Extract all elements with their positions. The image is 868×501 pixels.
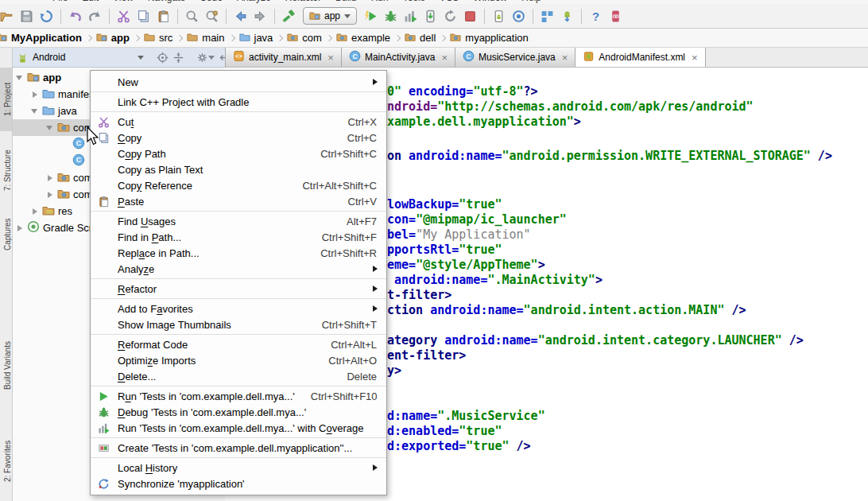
forward-icon[interactable]	[250, 6, 270, 26]
menubar-item-run[interactable]: Run	[371, 0, 389, 4]
tool-window-button----project[interactable]: 1: Project	[0, 68, 12, 131]
breadcrumb-item-myapplication[interactable]: MyApplication	[0, 31, 83, 45]
rerun-icon[interactable]	[440, 6, 460, 26]
breadcrumb-item-main[interactable]: main	[186, 31, 225, 45]
menubar-item-code[interactable]: Code	[200, 0, 223, 4]
tree-expand-down-icon[interactable]	[14, 73, 24, 83]
menu-item-optimize-imports[interactable]: Optimize ImportsCtrl+Alt+O	[91, 352, 386, 368]
back-icon[interactable]	[231, 6, 250, 26]
close-icon[interactable]: ×	[692, 52, 698, 63]
tree-expand-right-icon[interactable]	[45, 190, 54, 200]
menu-item-refactor[interactable]: Refactor	[91, 281, 386, 297]
debug-icon[interactable]	[381, 6, 401, 26]
find-icon[interactable]	[182, 6, 202, 26]
menubar-item-window[interactable]: Window	[473, 0, 507, 4]
undo-icon[interactable]	[65, 6, 85, 26]
menu-item-cut[interactable]: CutCtrl+X	[91, 114, 386, 130]
menu-icon-space	[96, 75, 111, 89]
menubar-item-file[interactable]: File	[52, 0, 68, 4]
avd-icon[interactable]	[489, 6, 509, 26]
cut-icon[interactable]	[114, 6, 134, 26]
sync-icon[interactable]	[37, 6, 56, 26]
menu-item-copy[interactable]: CopyCtrl+C	[91, 130, 386, 146]
gradle-icon[interactable]	[509, 6, 529, 26]
runapp-icon[interactable]	[361, 6, 381, 26]
code-line: ent-filter>	[387, 348, 466, 363]
menu-item-find-in-path[interactable]: Find in Path...Ctrl+Shift+F	[91, 229, 386, 245]
close-icon[interactable]: ×	[562, 52, 568, 63]
tree-expand-down-icon[interactable]	[45, 123, 54, 133]
menu-item-copy-as-plain-text[interactable]: Copy as Plain Text	[91, 161, 386, 177]
gear-icon[interactable]	[197, 49, 215, 66]
breadcrumb-item-java[interactable]: java	[238, 31, 274, 45]
menu-item-delete[interactable]: Delete...Delete	[91, 368, 386, 384]
menubar-item-build[interactable]: Build	[335, 0, 357, 4]
menubar-item-vcs[interactable]: VCS	[440, 0, 459, 4]
locate-target-icon[interactable]	[157, 49, 169, 66]
tree-expand-right-icon[interactable]	[14, 223, 24, 233]
breadcrumb-item-example[interactable]: example	[335, 31, 391, 45]
menu-item-reformat-code[interactable]: Reformat CodeCtrl+Alt+L	[91, 336, 386, 352]
menubar-item-view[interactable]: View	[113, 0, 134, 4]
menubar-item-tools[interactable]: Tools	[403, 0, 425, 4]
menubar-item-help[interactable]: Help	[521, 0, 541, 4]
menu-item-create-tests-in-com-example-dell-myapplication[interactable]: Create 'Tests in 'com.example.dell.myapp…	[91, 440, 386, 456]
menu-item-new[interactable]: New	[91, 74, 386, 90]
menu-item-link-c-project-with-gradle[interactable]: Link C++ Project with Gradle	[91, 94, 386, 110]
run-configuration-select[interactable]: app	[303, 7, 357, 25]
tree-expand-right-icon[interactable]	[29, 207, 39, 216]
menu-item-analyze[interactable]: Analyze	[91, 261, 386, 277]
menu-item-copy-path[interactable]: Copy PathCtrl+Shift+C	[91, 146, 386, 161]
breadcrumb-item-myapplication[interactable]: myapplication	[449, 31, 529, 45]
open-icon[interactable]	[0, 6, 17, 26]
tab-musicservice-java[interactable]: CMusicService.java×	[455, 48, 575, 67]
paste-icon[interactable]	[153, 6, 173, 26]
breadcrumb-item-src[interactable]: src	[143, 31, 173, 45]
attach-icon[interactable]	[420, 6, 440, 26]
chevron-down-icon[interactable]	[138, 56, 144, 63]
tool-window-button-build-variants[interactable]: Build Variants	[0, 328, 12, 404]
help-icon[interactable]: ?	[586, 6, 606, 26]
structure-icon[interactable]	[537, 6, 557, 26]
close-icon[interactable]: ×	[327, 52, 334, 63]
menu-item-add-to-favorites[interactable]: Add to Favorites	[91, 301, 386, 317]
sdk-icon[interactable]	[557, 6, 577, 26]
menubar-item-analyze[interactable]: Analyze	[237, 0, 271, 4]
breadcrumb-item-dell[interactable]: dell	[404, 31, 436, 45]
menu-item-replace-in-path[interactable]: Replace in Path...Ctrl+Shift+R	[91, 245, 386, 261]
tree-expand-down-icon[interactable]	[29, 107, 39, 116]
menu-item-show-image-thumbnails[interactable]: Show Image ThumbnailsCtrl+Shift+T	[91, 317, 386, 332]
redo-icon[interactable]	[85, 6, 105, 26]
tool-window-button----structure[interactable]: 7: Structure	[0, 137, 12, 204]
menu-item-copy-reference[interactable]: Copy ReferenceCtrl+Alt+Shift+C	[91, 177, 386, 193]
copy-icon[interactable]	[134, 6, 153, 26]
breadcrumb-item-com[interactable]: com	[286, 31, 323, 45]
tree-expand-right-icon[interactable]	[45, 173, 54, 183]
menubar-item-refactor[interactable]: Refactor	[285, 0, 321, 4]
project-view-selector[interactable]: Android	[33, 52, 65, 63]
menu-item-run-tests-in-com-example-dell-mya[interactable]: Run 'Tests in 'com.example.dell.mya...'C…	[91, 388, 386, 404]
tab-mainactivity-java[interactable]: CMainActivity.java×	[342, 48, 455, 67]
replace-icon[interactable]	[202, 6, 222, 26]
menu-item-synchronize-myapplication[interactable]: Synchronize 'myapplication'	[91, 476, 386, 491]
menubar-item-navigate[interactable]: Navigate	[148, 0, 185, 4]
save-icon[interactable]	[17, 6, 37, 26]
menu-item-local-history[interactable]: Local History	[91, 460, 386, 476]
hammer-icon[interactable]	[279, 6, 299, 26]
coverage-icon[interactable]	[401, 6, 420, 26]
menu-item-run-tests-in-com-example-dell-mya-with-coverage[interactable]: Run 'Tests in 'com.example.dell.mya...' …	[91, 420, 386, 436]
collapse-all-icon[interactable]	[172, 49, 184, 66]
menu-item-debug-tests-in-com-example-dell-mya[interactable]: Debug 'Tests in 'com.example.dell.mya...…	[91, 404, 386, 420]
close-icon[interactable]: ×	[441, 52, 448, 63]
tab-activity-main-xml[interactable]: <>activity_main.xml×	[225, 48, 342, 67]
tab-androidmanifest-xml[interactable]: AndroidManifest.xml×	[575, 48, 705, 67]
breadcrumb-item-app[interactable]: app	[95, 31, 130, 45]
stop-icon[interactable]	[460, 6, 480, 26]
profiler-icon[interactable]	[606, 6, 626, 26]
menu-item-find-usages[interactable]: Find UsagesAlt+F7	[91, 213, 386, 229]
tool-window-button----favorites[interactable]: 2: Favorites	[0, 428, 12, 495]
menu-item-paste[interactable]: PasteCtrl+V	[91, 193, 386, 209]
tool-window-button-captures[interactable]: Captures	[0, 208, 12, 261]
tree-expand-right-icon[interactable]	[29, 90, 39, 99]
menubar-item-edit[interactable]: Edit	[82, 0, 99, 4]
